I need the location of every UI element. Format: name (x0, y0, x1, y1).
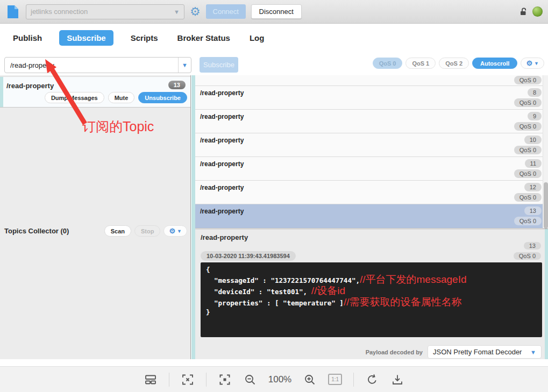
message-number-badge: 12 (524, 183, 542, 191)
rotate-icon[interactable] (365, 373, 379, 387)
connection-status-area (519, 6, 543, 17)
message-row[interactable]: /read-property 8 QoS 0 (195, 86, 548, 110)
zoom-level-label: 100% (268, 374, 291, 385)
message-topic: /read-property (200, 113, 244, 120)
tab-broker-status[interactable]: Broker Status (175, 30, 232, 46)
chevron-down-icon: ▼ (534, 61, 539, 66)
gears-icon: ⚙ (169, 227, 175, 235)
qos1-button[interactable]: QoS 1 (405, 58, 436, 69)
topic-input[interactable] (5, 58, 178, 73)
message-topic: /read-property (200, 160, 244, 168)
payload-code-line: { (206, 266, 210, 274)
mute-button[interactable]: Mute (108, 92, 135, 103)
autoscroll-button[interactable]: Autoscroll (472, 58, 517, 69)
toolbar-separator (353, 373, 354, 387)
subscription-item[interactable]: /read-property 13 Dump Messages Mute Uns… (0, 76, 190, 108)
fit-screen-x-icon[interactable] (181, 373, 195, 387)
messages-panel: QoS 0 /read-property 8 QoS 0 /read-prope… (191, 75, 548, 359)
qos-controls: QoS 0 QoS 1 QoS 2 Autoscroll ⚙▼ (373, 58, 544, 69)
topic-dropdown-arrow-icon[interactable]: ▼ (178, 58, 191, 73)
message-row[interactable]: /read-property 9 QoS 0 (195, 110, 548, 133)
actual-size-icon[interactable]: 1:1 (328, 374, 342, 385)
payload-decoder-value: JSON Pretty Fomat Decoder (433, 348, 522, 356)
image-viewer-toolbar: 100% 1:1 (0, 366, 548, 392)
scrollbar-thumb[interactable] (544, 182, 548, 229)
subscribe-options-gears-button[interactable]: ⚙▼ (521, 58, 544, 69)
detail-accent-strip (545, 229, 548, 359)
lock-open-icon (519, 7, 529, 16)
tab-publish[interactable]: Publish (11, 30, 44, 46)
message-number-badge: 13 (524, 206, 542, 215)
topics-collector-actions: Scan Stop ⚙▼ (104, 225, 187, 237)
annotation-subscribed-topic-label: 订阅的Topic (82, 118, 154, 136)
toolbar-separator (206, 373, 207, 387)
payload-decoder-label: Payload decoded by (366, 349, 423, 355)
tab-subscribe[interactable]: Subscribe (59, 30, 113, 46)
collector-options-gears-button[interactable]: ⚙▼ (163, 225, 187, 237)
payload-annotation-red: //设备id (311, 286, 345, 296)
message-row[interactable]: /read-property 11 QoS 0 (195, 157, 548, 181)
message-number-badge: 10 (524, 136, 542, 144)
subscription-actions: Dump Messages Mute Unsubscribe (45, 92, 187, 103)
subscription-accent-strip (0, 77, 3, 107)
payload-decoder-row: Payload decoded by JSON Pretty Fomat Dec… (366, 345, 542, 359)
unsubscribe-button[interactable]: Unsubscribe (138, 92, 187, 103)
message-row-selected[interactable]: /read-property 13 QoS 0 (195, 204, 548, 228)
tab-scripts[interactable]: Scripts (129, 30, 160, 46)
qos2-button[interactable]: QoS 2 (439, 58, 469, 69)
messages-accent-strip (191, 75, 195, 359)
message-list-scrollbar[interactable] (543, 75, 548, 229)
connection-status-indicator (532, 6, 543, 17)
topic-combobox: ▼ (4, 57, 191, 73)
connect-button[interactable]: Connect (206, 4, 246, 19)
toolbar-separator (169, 373, 169, 387)
stop-button[interactable]: Stop (134, 225, 160, 237)
tab-log[interactable]: Log (247, 30, 267, 46)
zoom-out-icon[interactable] (243, 373, 257, 387)
payload-code-line: "messageId" : "1237221570764447744", (206, 275, 360, 286)
chevron-down-icon: ▼ (530, 349, 536, 355)
message-detail: /read-property 13 10-03-2020 11:39:43.41… (195, 229, 548, 359)
main-tabbar: Publish Subscribe Scripts Broker Status … (0, 24, 548, 51)
message-topic: /read-property (200, 89, 244, 97)
payload-decoder-dropdown[interactable]: JSON Pretty Fomat Decoder ▼ (428, 345, 542, 359)
gears-icon: ⚙ (526, 59, 532, 67)
subscription-topic: /read-property (6, 82, 54, 90)
connection-toolbar: jetlinks connection ▼ ⚙ Connect Disconne… (0, 0, 548, 24)
layout-grid-icon[interactable] (144, 373, 158, 387)
connection-settings-gear-icon[interactable]: ⚙ (190, 6, 201, 18)
message-row[interactable]: /read-property 10 QoS 0 (195, 133, 548, 157)
payload-code-line: "deviceId" : "test001", (206, 287, 311, 297)
subscribe-button[interactable]: Subscribe (200, 57, 238, 73)
qos-badge: QoS 0 (514, 169, 542, 178)
payload-viewer[interactable]: { "messageId" : "1237221570764447744",//… (201, 262, 542, 337)
qos-badge: QoS 0 (514, 122, 542, 131)
subscription-message-count-badge: 13 (168, 81, 186, 89)
connection-dropdown-value: jetlinks connection (31, 8, 88, 16)
payload-code-line: } (206, 308, 210, 317)
detail-qos-badge: QoS 0 (514, 252, 541, 260)
qos-badge: QoS 0 (514, 193, 542, 202)
mqtt-client-window: jetlinks connection ▼ ⚙ Connect Disconne… (0, 0, 548, 392)
payload-code-line: "properties" : [ "temperature" ] (206, 298, 344, 308)
message-topic: /read-property (200, 184, 244, 191)
message-row[interactable]: /read-property 12 QoS 0 (195, 181, 548, 204)
download-icon[interactable] (390, 373, 404, 387)
topics-collector-section: Topics Collector (0) Scan Stop ⚙▼ (0, 223, 190, 239)
disconnect-button[interactable]: Disconnect (251, 4, 302, 19)
qos-badge: QoS 0 (514, 76, 542, 84)
scan-button[interactable]: Scan (104, 225, 131, 237)
dump-messages-button[interactable]: Dump Messages (45, 92, 104, 103)
zoom-in-icon[interactable] (303, 373, 317, 387)
topics-collector-title: Topics Collector (0) (4, 227, 69, 235)
detail-timestamp-badge: 10-03-2020 11:39:43.41983594 (201, 251, 296, 261)
message-number-badge: 8 (528, 88, 542, 97)
message-row-partial[interactable]: QoS 0 (195, 75, 548, 86)
expand-icon[interactable] (218, 373, 232, 387)
payload-annotation-red: //需要获取的设备属性名称 (344, 297, 462, 307)
message-number-badge: 9 (528, 112, 542, 120)
chevron-down-icon: ▼ (174, 9, 180, 15)
new-profile-icon[interactable] (6, 4, 19, 19)
qos0-button[interactable]: QoS 0 (373, 58, 403, 69)
connection-dropdown[interactable]: jetlinks connection ▼ (26, 4, 184, 19)
